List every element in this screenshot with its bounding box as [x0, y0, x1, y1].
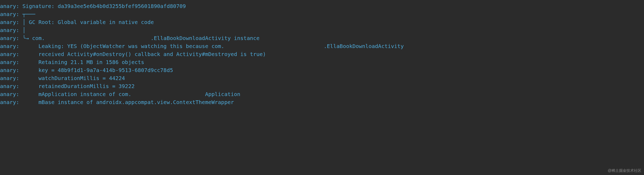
watermark: @稀土掘金技术社区 [608, 168, 641, 173]
log-tag: anary: [0, 82, 19, 90]
log-output: anary: Signature: da39a3ee5e6b4b0d3255bf… [0, 0, 644, 108]
log-text: ┬─── [19, 10, 35, 18]
log-text: mApplication instance of com. Applicatio… [19, 90, 240, 98]
log-tag: anary: [0, 74, 19, 82]
log-text: ╰→ com. .EllaBookDownloadActivity instan… [19, 34, 259, 42]
log-line: anary: Signature: da39a3ee5e6b4b0d3255bf… [0, 2, 644, 10]
log-line: anary: received Activity#onDestroy() cal… [0, 50, 644, 58]
log-text: Leaking: YES (ObjectWatcher was watching… [19, 42, 404, 50]
log-line: anary: ╰→ com. .EllaBookDownloadActivity… [0, 34, 644, 42]
log-text: mBase instance of androidx.appcompat.vie… [19, 98, 234, 106]
log-text: received Activity#onDestroy() callback a… [19, 50, 266, 58]
log-line: anary: Leaking: YES (ObjectWatcher was w… [0, 42, 644, 50]
log-line: anary: watchDurationMillis = 44224 [0, 74, 644, 82]
log-tag: anary: [0, 58, 19, 66]
log-line: anary: │ GC Root: Global variable in nat… [0, 18, 644, 26]
log-text: key = 48b9f1d1-9a7a-414b-9513-6807d9cc78… [19, 66, 173, 74]
log-line: anary: ┬─── [0, 10, 644, 18]
log-line: anary: retainedDurationMillis = 39222 [0, 82, 644, 90]
log-line: anary: mBase instance of androidx.appcom… [0, 98, 644, 106]
log-text: │ GC Root: Global variable in native cod… [19, 18, 154, 26]
log-tag: anary: [0, 50, 19, 58]
log-text: watchDurationMillis = 44224 [19, 74, 125, 82]
log-text: │ [19, 26, 26, 34]
log-tag: anary: [0, 66, 19, 74]
log-tag: anary: [0, 42, 19, 50]
log-text: Signature: da39a3ee5e6b4b0d3255bfef95601… [19, 2, 186, 10]
log-line: anary: mApplication instance of com. App… [0, 90, 644, 98]
log-tag: anary: [0, 2, 19, 10]
log-text: retainedDurationMillis = 39222 [19, 82, 134, 90]
log-text: Retaining 21.1 MB in 1586 objects [19, 58, 144, 66]
log-tag: anary: [0, 90, 19, 98]
log-tag: anary: [0, 26, 19, 34]
log-tag: anary: [0, 18, 19, 26]
log-tag: anary: [0, 34, 19, 42]
log-line: anary: key = 48b9f1d1-9a7a-414b-9513-680… [0, 66, 644, 74]
log-tag: anary: [0, 10, 19, 18]
log-line: anary: Retaining 21.1 MB in 1586 objects [0, 58, 644, 66]
log-tag: anary: [0, 98, 19, 106]
log-line: anary: │ [0, 26, 644, 34]
